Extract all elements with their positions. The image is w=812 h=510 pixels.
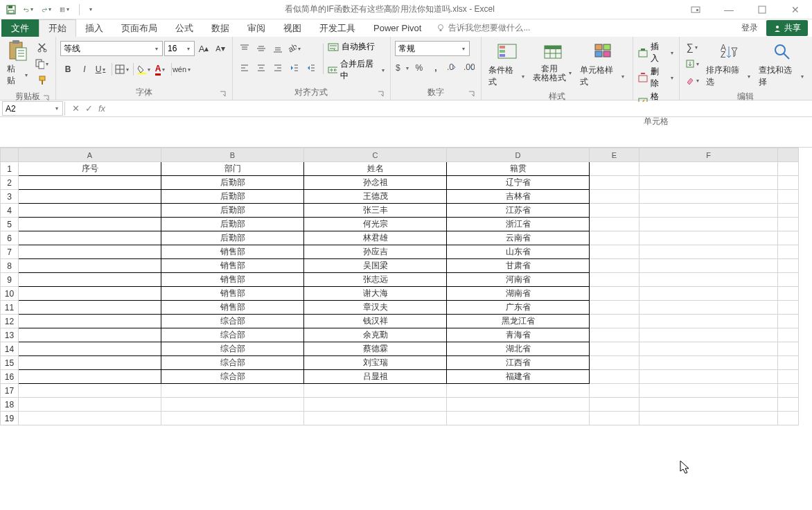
tab-view[interactable]: 视图 [274,19,310,37]
row-header-7[interactable]: 7 [1,245,19,259]
cell[interactable] [19,218,161,231]
cell[interactable]: 江西省 [447,356,590,370]
cell[interactable]: 张三丰 [304,204,447,218]
cell[interactable] [161,412,304,425]
cell[interactable] [161,384,304,398]
cell[interactable] [639,190,778,204]
cell[interactable]: 后勤部 [161,190,304,204]
cell[interactable] [778,384,799,398]
cell[interactable]: 甘肃省 [447,259,590,273]
cell[interactable]: 后勤部 [161,204,304,218]
cell[interactable] [778,190,799,204]
cell[interactable]: 综合部 [161,328,304,342]
font-name-combo[interactable]: 等线▾ [60,41,163,56]
cell[interactable] [778,273,799,287]
orientation-icon[interactable]: ab▾ [287,41,302,56]
cell[interactable] [19,287,161,301]
cancel-formula-icon[interactable]: ✕ [72,103,80,114]
cell[interactable]: 销售部 [161,259,304,273]
cell[interactable] [590,190,639,204]
dialog-launcher-icon[interactable] [220,91,227,98]
comma-icon[interactable]: , [428,60,443,76]
autosum-icon[interactable]: ∑▾ [684,39,702,55]
cell[interactable] [778,176,799,190]
cell[interactable]: 谢大海 [304,287,447,301]
cell[interactable] [590,162,639,176]
row-header-1[interactable]: 1 [1,162,19,176]
cell[interactable] [19,259,161,273]
cell[interactable]: 辽宁省 [447,176,590,190]
cell[interactable]: 后勤部 [161,231,304,245]
row-header-17[interactable]: 17 [1,384,19,398]
fill-color-icon[interactable]: ▾ [136,62,152,77]
cell[interactable] [19,342,161,356]
tab-home[interactable]: 开始 [39,19,76,37]
row-header-2[interactable]: 2 [1,176,19,190]
cell[interactable] [590,412,639,425]
cell[interactable] [19,384,161,398]
row-header-12[interactable]: 12 [1,315,19,328]
cell[interactable] [778,301,799,315]
merge-center-button[interactable]: 合并后居中▾ [328,58,386,82]
cell[interactable] [19,190,161,204]
cell[interactable] [590,231,639,245]
cell[interactable] [19,356,161,370]
col-header-blank[interactable] [778,148,799,162]
cell[interactable] [639,370,778,384]
wrap-text-button[interactable]: 自动换行 [328,41,386,53]
cell[interactable]: 后勤部 [161,218,304,231]
insert-cells-button[interactable]: 插入▾ [637,41,675,64]
cell[interactable]: 销售部 [161,301,304,315]
tab-data[interactable]: 数据 [202,19,238,37]
cut-icon[interactable] [35,39,50,55]
cell[interactable]: 何光宗 [304,218,447,231]
cell[interactable]: 湖南省 [447,287,590,301]
cell[interactable] [447,412,590,425]
cell[interactable] [590,301,639,315]
increase-indent-icon[interactable] [303,60,319,76]
tab-file[interactable]: 文件 [1,19,39,37]
cell[interactable]: 吴国梁 [304,259,447,273]
cell[interactable] [19,315,161,328]
cell[interactable] [590,218,639,231]
row-header-8[interactable]: 8 [1,259,19,273]
cell[interactable]: 销售部 [161,273,304,287]
cell[interactable] [639,342,778,356]
cell[interactable]: 销售部 [161,245,304,259]
cell[interactable] [639,301,778,315]
cell[interactable]: 福建省 [447,370,590,384]
bold-icon[interactable]: B [60,62,76,77]
tab-layout[interactable]: 页面布局 [112,19,166,37]
login-link[interactable]: 登录 [737,22,762,34]
row-header-18[interactable]: 18 [1,398,19,412]
tab-formulas[interactable]: 公式 [166,19,202,37]
align-left-icon[interactable] [237,60,252,76]
cell[interactable]: 钱汉祥 [304,315,447,328]
row-header-3[interactable]: 3 [1,190,19,204]
tab-pivot[interactable]: Power Pivot [364,19,430,37]
align-bottom-icon[interactable] [270,41,285,56]
cell[interactable]: 张志远 [304,273,447,287]
cell[interactable] [778,328,799,342]
decrease-indent-icon[interactable] [287,60,302,76]
align-right-icon[interactable] [270,60,285,76]
cell-styles-button[interactable]: 单元格样式▾ [577,39,628,89]
dialog-launcher-icon[interactable] [468,91,475,98]
cell[interactable] [19,231,161,245]
cell[interactable]: 综合部 [161,315,304,328]
cell[interactable]: 河南省 [447,273,590,287]
row-header-10[interactable]: 10 [1,287,19,301]
row-header-11[interactable]: 11 [1,301,19,315]
increase-font-icon[interactable]: A▴ [196,41,211,56]
cell[interactable]: 刘宝瑞 [304,356,447,370]
format-table-button[interactable]: 套用 表格格式▾ [530,39,576,84]
cell[interactable] [19,245,161,259]
cell[interactable]: 湖北省 [447,342,590,356]
cell[interactable] [590,259,639,273]
conditional-format-button[interactable]: 条件格式▾ [486,39,529,89]
cell[interactable] [778,370,799,384]
minimize-icon[interactable]: — [719,3,739,17]
row-header-16[interactable]: 16 [1,370,19,384]
cell[interactable] [778,287,799,301]
accounting-icon[interactable]: $▾ [395,60,410,76]
